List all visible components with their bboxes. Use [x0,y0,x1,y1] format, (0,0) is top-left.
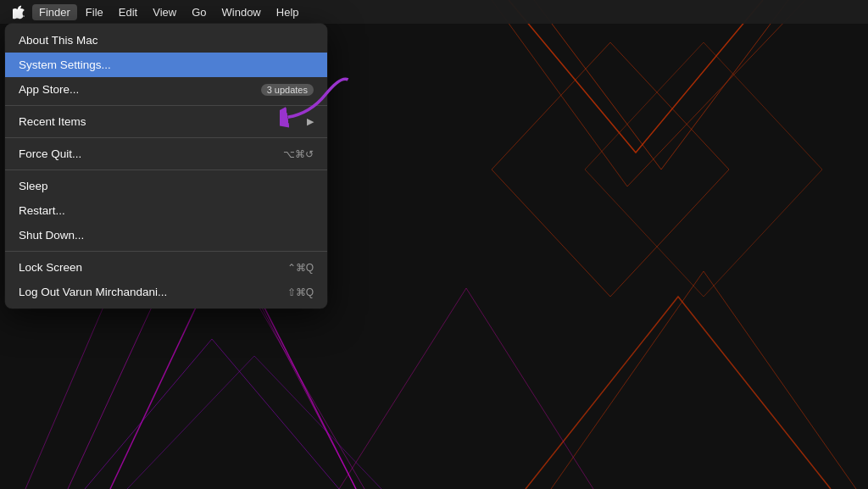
menu-item-app-store[interactable]: App Store... 3 updates [5,77,327,102]
recent-items-label: Recent Items [19,115,307,128]
menu-item-logout[interactable]: Log Out Varun Mirchandani... ⇧⌘Q [5,280,327,304]
menubar: Finder File Edit View Go Window Help [0,0,868,24]
menubar-go[interactable]: Go [185,4,213,20]
separator-2 [5,137,327,138]
chevron-right-icon: ▶ [307,116,314,127]
menu-item-lock-screen[interactable]: Lock Screen ⌃⌘Q [5,255,327,280]
sleep-label: Sleep [19,180,314,192]
menu-item-sleep[interactable]: Sleep [5,174,327,198]
menubar-file[interactable]: File [79,4,110,20]
separator-1 [5,105,327,106]
menu-item-recent-items[interactable]: Recent Items ▶ [5,109,327,134]
about-label: About This Mac [19,34,314,47]
restart-label: Restart... [19,204,314,217]
lock-screen-shortcut: ⌃⌘Q [287,262,314,274]
force-quit-shortcut: ⌥⌘↺ [283,148,314,160]
menu-item-shutdown[interactable]: Shut Down... [5,223,327,247]
menubar-edit[interactable]: Edit [112,4,144,20]
apple-menu-button[interactable] [7,0,31,24]
menu-item-force-quit[interactable]: Force Quit... ⌥⌘↺ [5,142,327,166]
apple-dropdown-menu: About This Mac System Settings... App St… [5,24,327,308]
system-settings-label: System Settings... [19,58,314,71]
updates-badge: 3 updates [261,84,314,96]
menu-item-about[interactable]: About This Mac [5,28,327,53]
force-quit-label: Force Quit... [19,147,283,160]
separator-4 [5,251,327,252]
menu-item-system-settings[interactable]: System Settings... [5,53,327,77]
menubar-view[interactable]: View [146,4,183,20]
lock-screen-label: Lock Screen [19,261,287,274]
logout-label: Log Out Varun Mirchandani... [19,286,287,298]
menubar-finder[interactable]: Finder [32,4,77,20]
shutdown-label: Shut Down... [19,229,314,242]
menu-item-restart[interactable]: Restart... [5,198,327,223]
menubar-help[interactable]: Help [270,4,306,20]
logout-shortcut: ⇧⌘Q [287,286,314,298]
app-store-label: App Store... [19,83,261,96]
separator-3 [5,169,327,170]
menubar-window[interactable]: Window [215,4,268,20]
